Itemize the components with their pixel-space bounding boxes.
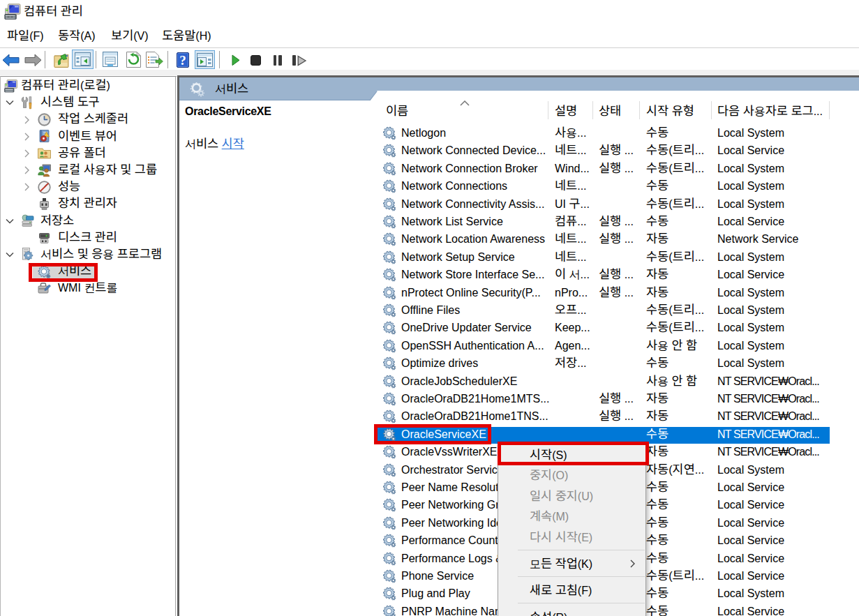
svg-text:?: ? bbox=[179, 52, 186, 67]
